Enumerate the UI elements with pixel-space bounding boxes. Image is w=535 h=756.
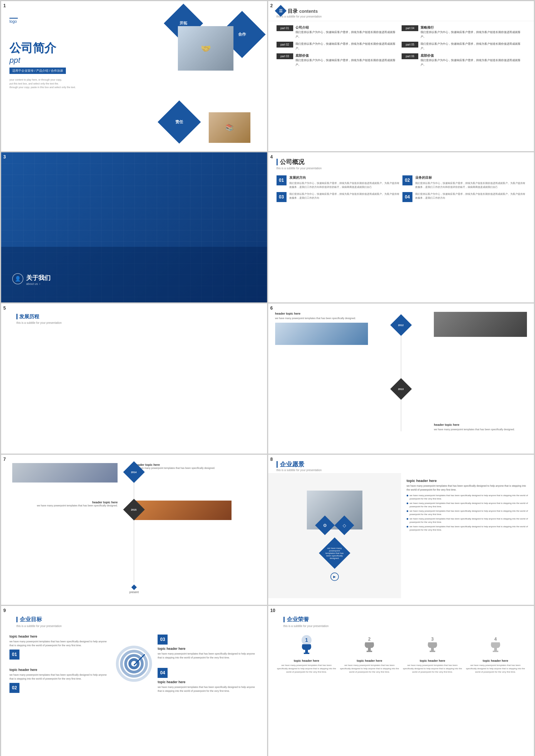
slide9-target	[116, 646, 152, 682]
subtitle-bar: 适用于企业宣传 / 产品介绍 / 合作洽谈	[10, 68, 66, 74]
slide4-subtitle: this is a subtitle for your presentation	[276, 167, 526, 170]
slide-4-number: 4	[270, 154, 273, 159]
trophy-4: 4 topic header here we have many powerpo…	[465, 634, 525, 674]
trophy-3: 3 topic header here we have many powerpo…	[403, 634, 463, 674]
part-badge-01: part 01	[276, 25, 293, 31]
slide-8: 8 企业愿景 this is a subtitle for your prese…	[268, 455, 534, 605]
slide7-timeline: 2014 header topic here we have many powe…	[1, 455, 267, 605]
svg-rect-4	[367, 651, 372, 652]
slide8-left: ⚙ ◇ we have many powerpoint templates th…	[268, 473, 401, 598]
trophy-icon-4: 4	[484, 634, 507, 657]
slide-7: 7 2014 header topic here we have many po…	[1, 455, 267, 605]
num-badge-04: 04	[403, 192, 412, 202]
slide5-accent	[16, 314, 17, 319]
goal-num-02: 02	[10, 683, 19, 693]
slide4-item-02: 02 业务的目标 我们坚持以客户为中心，快速响应客户需求，持续为客户创造长期价值…	[403, 175, 525, 189]
svg-text:3: 3	[431, 637, 434, 641]
slide6-timeline: header topic here we have many powerpoin…	[268, 303, 534, 454]
svg-rect-6	[430, 651, 435, 652]
num-badge-02: 02	[403, 175, 412, 185]
slide9-accent	[16, 617, 17, 622]
slide2-title: 目录 contents	[288, 7, 318, 14]
goal-num-03: 03	[157, 634, 168, 645]
slide-5-number: 5	[3, 306, 6, 311]
bullet-2: we have many powerpoint templates that h…	[407, 502, 528, 508]
part-item-04: part 04 策略推行 我们坚持以客户为中心，快速响应客户需求，持续为客户创造…	[402, 25, 525, 39]
trophy-icon-3: 3	[421, 634, 443, 657]
slide10-header: 企业荣誉 this is a subtitle for your present…	[268, 606, 534, 629]
slide-3-number: 3	[3, 154, 6, 159]
timeline-left-2014	[12, 463, 122, 484]
num-badge-03: 03	[276, 192, 287, 202]
slide8-bullets: we have many powerpoint templates that h…	[407, 494, 528, 532]
bullet-5: we have many powerpoint templates that h…	[407, 525, 528, 532]
slide4-accent-bar	[276, 159, 278, 165]
slide-8-number: 8	[270, 457, 273, 462]
part-item-05: part 05 我们坚持以客户为中心，快速响应客户需求，持续为客户创造长期价值进…	[402, 42, 525, 51]
slide2-subtitle: this is a subtitle for your presentation	[276, 15, 526, 18]
slide2-right-parts: part 04 策略推行 我们坚持以客户为中心，快速响应客户需求，持续为客户创造…	[402, 25, 525, 70]
part-item-03: part 03 底部价值 我们坚持以客户为中心，快速响应客户需求，持续为客户创造…	[276, 53, 401, 67]
slide-9-number: 9	[3, 608, 6, 613]
slide-9: 9 企业目标 this is a subtitle for your prese…	[1, 606, 267, 756]
slide2-left-parts: part 01 公司介绍 我们坚持以客户为中心，快速响应客户需求，持续为客户创造…	[276, 25, 401, 70]
slide-3: 3 👤 关于我们 about us ›	[1, 152, 267, 302]
about-title: 关于我们	[26, 274, 51, 282]
part-badge-03: part 03	[276, 53, 293, 59]
timeline-left-header-6: header topic here we have many powerpoin…	[275, 312, 368, 345]
slide4-item-03: 03 我们坚持以客户为中心，快速响应客户需求，持续为客户创造长期价值进而成就客户…	[276, 192, 400, 202]
logo: logo	[10, 18, 139, 24]
slide-2-number: 2	[270, 3, 273, 8]
slide-1-number: 1	[3, 3, 6, 8]
slide9-right-goals: 03 topic header here we have many powerp…	[157, 634, 259, 693]
part-badge-06: part 06	[402, 53, 418, 59]
slide1-photo-bottom: 📚	[209, 112, 250, 143]
slide4-item-01: 01 发展的方向 我们坚持以客户为中心，快速响应客户需求，持续为客户创造长期价值…	[276, 175, 400, 189]
slide8-center-diamond: we have many powerpoint templates that h…	[319, 537, 350, 569]
trophy-1: 1 topic header here we have many powerpo…	[276, 634, 337, 674]
slide-5: 5 发展历程 this is a subtitle for your prese…	[1, 303, 267, 454]
slide8-header: 企业愿景 this is a subtitle for your present…	[268, 455, 534, 473]
part-badge-04: part 04	[402, 25, 418, 31]
company-title-en: ppt	[10, 56, 139, 65]
target-circles	[116, 646, 152, 682]
goal-01: topic header here we have many powerpoin…	[10, 634, 110, 659]
slide4-title: 公司概况	[280, 158, 304, 166]
part-badge-05: part 05	[402, 42, 418, 47]
slide8-play-btn[interactable]: ▶	[330, 573, 339, 581]
timeline-right-bottom-6: header topic here we have many powerpoin…	[434, 423, 527, 432]
part-item-01: part 01 公司介绍 我们坚持以客户为中心，快速响应客户需求，持续为客户创造…	[276, 25, 401, 39]
slide9-title: 企业目标	[20, 616, 42, 623]
goal-03: 03 topic header here we have many powerp…	[157, 634, 259, 659]
slide8-subtitle: this is a subtitle for your presentation	[276, 469, 526, 472]
timeline-year-2015: 2015	[127, 502, 142, 517]
goal-num-01: 01	[10, 650, 19, 659]
slide-1-right: 开拓 合作 责任 🤝 📚	[147, 1, 267, 151]
trophy-2: 2 topic header here we have many powerpo…	[339, 634, 400, 674]
svg-text:1: 1	[305, 637, 308, 643]
bullet-4: we have many powerpoint templates that h…	[407, 517, 528, 524]
slide9-subtitle: this is a subtitle for your presentation	[10, 625, 259, 628]
slide5-title: 发展历程	[19, 313, 39, 320]
slide-10: 10 企业荣誉 this is a subtitle for your pres…	[268, 606, 534, 756]
slide8-diamond-1: ⚙	[315, 515, 335, 535]
slide8-title: 企业愿景	[280, 460, 304, 469]
slide4-items: 01 发展的方向 我们坚持以客户为中心，快速响应客户需求，持续为客户创造长期价值…	[268, 171, 534, 206]
slide9-content: topic header here we have many powerpoin…	[1, 629, 267, 698]
slide8-laptop-img: ⚙ ◇	[307, 490, 362, 529]
slide10-title: 企业荣誉	[287, 616, 309, 623]
part-item-06: part 06 底部价值 我们坚持以客户为中心，快速响应客户需求，持续为客户创造…	[402, 53, 525, 67]
timeline-year-2012: 2012	[393, 318, 408, 333]
slide2-header: ☰ 目录 contents this is a subtitle for you…	[268, 1, 534, 21]
slide2-content: part 01 公司介绍 我们坚持以客户为中心，快速响应客户需求，持续为客户创造…	[268, 21, 534, 74]
slide8-accent	[276, 461, 278, 468]
slide8-main-text: we have many powerpoint templates that h…	[407, 484, 528, 492]
slide-6-number: 6	[270, 306, 273, 311]
slide5-header: 发展历程 this is a subtitle for your present…	[1, 303, 267, 454]
slide9-header: 企业目标 this is a subtitle for your present…	[1, 606, 267, 629]
slide1-desc: your content to play here, or through yo…	[10, 78, 139, 90]
bullet-3: we have many powerpoint templates that h…	[407, 510, 528, 516]
slide-4: 4 公司概况 this is a subtitle for your prese…	[268, 152, 534, 302]
slide-7-number: 7	[3, 457, 6, 462]
slide8-content: ⚙ ◇ we have many powerpoint templates th…	[268, 473, 534, 598]
